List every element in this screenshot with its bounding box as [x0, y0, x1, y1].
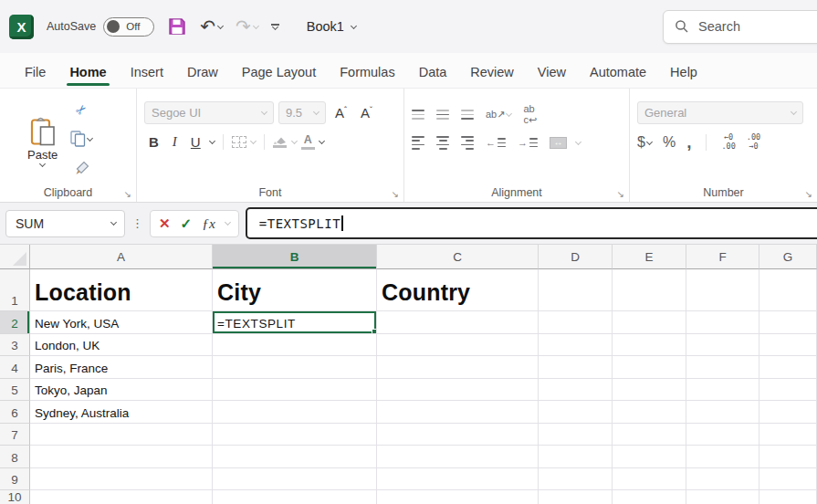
row-header-3[interactable]: 3 — [0, 334, 30, 357]
cell-E2[interactable] — [613, 311, 686, 334]
cell-A5[interactable]: Tokyo, Japan — [30, 379, 213, 402]
cell-E6[interactable] — [613, 401, 686, 424]
tab-file[interactable]: File — [13, 58, 58, 88]
cell-C9[interactable] — [377, 468, 539, 491]
cell-E9[interactable] — [613, 468, 686, 491]
save-button[interactable] — [167, 16, 187, 37]
column-header-E[interactable]: E — [613, 245, 686, 269]
cell-G4[interactable] — [759, 356, 817, 379]
number-format-combobox[interactable]: General — [637, 101, 803, 124]
fill-color-chevron[interactable] — [291, 138, 298, 144]
cell-D9[interactable] — [539, 468, 613, 491]
cell-F8[interactable] — [686, 446, 759, 468]
bold-button[interactable]: B — [144, 132, 163, 152]
cell-C2[interactable] — [377, 311, 539, 334]
cell-D8[interactable] — [539, 446, 613, 468]
cell-G6[interactable] — [759, 401, 817, 424]
customize-quick-access-toolbar-button[interactable] — [271, 24, 279, 29]
cancel-button[interactable]: ✕ — [159, 215, 171, 232]
cell-D10[interactable] — [539, 490, 613, 504]
cell-A6[interactable]: Sydney, Australia — [30, 401, 213, 424]
cell-C5[interactable] — [377, 379, 539, 402]
row-header-1[interactable]: 1 — [0, 269, 30, 311]
bottom-align-button[interactable] — [461, 110, 474, 119]
search-box[interactable] — [663, 10, 817, 44]
tab-draw[interactable]: Draw — [175, 58, 230, 88]
cell-B9[interactable] — [213, 468, 377, 491]
clipboard-dialog-launcher[interactable]: ↘ — [124, 190, 131, 199]
decrease-decimal-button[interactable]: .00→0 — [747, 133, 760, 152]
cell-B7[interactable] — [213, 424, 377, 446]
italic-button[interactable]: I — [168, 132, 182, 152]
cell-F10[interactable] — [686, 490, 759, 504]
row-header-4[interactable]: 4 — [0, 356, 30, 379]
copy-button[interactable] — [70, 129, 92, 149]
row-header-7[interactable]: 7 — [0, 424, 30, 446]
cut-button[interactable]: ✂ — [70, 100, 92, 120]
cell-C3[interactable] — [377, 334, 539, 357]
increase-decimal-button[interactable]: ←0.00 — [721, 133, 735, 152]
decrease-font-size-button[interactable]: Aˇ — [356, 103, 377, 122]
align-center-button[interactable] — [436, 136, 449, 150]
cell-C7[interactable] — [377, 424, 539, 446]
cell-B8[interactable] — [213, 446, 377, 468]
percent-style-button[interactable]: % — [663, 134, 676, 151]
middle-align-button[interactable] — [436, 110, 449, 119]
cell-F3[interactable] — [686, 334, 759, 357]
cell-F2[interactable] — [686, 311, 759, 334]
cell-D7[interactable] — [539, 424, 613, 446]
font-color-chevron[interactable] — [319, 138, 325, 144]
autosave-toggle[interactable]: Off — [103, 17, 154, 37]
cell-E8[interactable] — [613, 446, 686, 468]
cell-F4[interactable] — [686, 356, 759, 379]
cell-F1[interactable] — [686, 269, 759, 311]
tab-formulas[interactable]: Formulas — [328, 58, 406, 88]
cell-F6[interactable] — [686, 401, 759, 424]
cell-A2[interactable]: New York, USA — [30, 311, 213, 334]
column-header-F[interactable]: F — [686, 245, 759, 269]
cell-B6[interactable] — [213, 401, 377, 424]
search-input[interactable] — [698, 19, 799, 34]
row-header-2[interactable]: 2 — [0, 311, 30, 334]
column-header-C[interactable]: C — [377, 245, 539, 269]
cell-D2[interactable] — [539, 311, 613, 334]
formula-input[interactable]: =TEXTSPLIT — [246, 207, 817, 239]
cell-G10[interactable] — [759, 490, 817, 504]
cell-B5[interactable] — [213, 379, 377, 402]
cell-D3[interactable] — [539, 334, 613, 357]
row-header-6[interactable]: 6 — [0, 401, 30, 424]
comma-style-button[interactable]: , — [686, 132, 691, 152]
cell-E3[interactable] — [613, 334, 686, 357]
cell-G5[interactable] — [759, 379, 817, 402]
cell-C8[interactable] — [377, 446, 539, 468]
cell-F5[interactable] — [686, 379, 759, 402]
cell-A1[interactable]: Location — [30, 269, 213, 311]
fill-handle[interactable] — [372, 329, 377, 334]
font-name-combobox[interactable]: Segoe UI — [144, 101, 274, 124]
cell-D1[interactable] — [539, 269, 613, 311]
name-box[interactable]: SUM — [5, 210, 125, 237]
accounting-format-button[interactable]: $ — [637, 134, 652, 151]
column-header-G[interactable]: G — [759, 245, 817, 269]
cell-E7[interactable] — [613, 424, 686, 446]
column-header-D[interactable]: D — [539, 245, 613, 269]
workbook-title-dropdown[interactable]: Book1 — [307, 19, 356, 34]
cell-A10[interactable] — [30, 490, 213, 504]
cell-G3[interactable] — [759, 334, 817, 357]
merge-center-button[interactable]: ↔ — [550, 137, 581, 149]
cell-G1[interactable] — [759, 269, 817, 311]
alignment-dialog-launcher[interactable]: ↘ — [617, 190, 624, 199]
formula-bar-resize-handle[interactable]: ⋮ — [131, 217, 143, 229]
font-color-button[interactable]: A — [301, 134, 315, 150]
decrease-indent-button[interactable]: ← — [486, 138, 506, 149]
tab-automate[interactable]: Automate — [578, 58, 658, 88]
tab-home[interactable]: Home — [58, 58, 118, 88]
cell-A8[interactable] — [30, 446, 213, 468]
tab-help[interactable]: Help — [658, 58, 709, 88]
row-header-9[interactable]: 9 — [0, 468, 30, 491]
top-align-button[interactable] — [412, 110, 424, 119]
align-right-button[interactable] — [461, 136, 474, 150]
fill-color-button[interactable] — [273, 136, 288, 149]
cell-G2[interactable] — [759, 311, 817, 334]
tab-insert[interactable]: Insert — [119, 58, 175, 88]
